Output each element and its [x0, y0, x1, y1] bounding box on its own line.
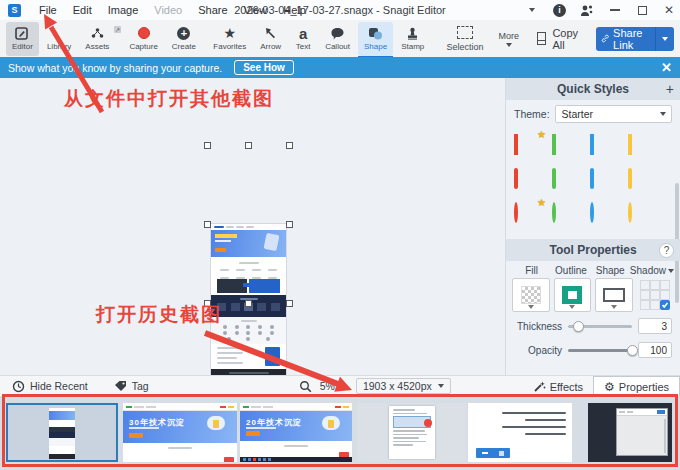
tool-selection[interactable]: Selection — [440, 22, 489, 56]
shadow-grid-icon — [640, 280, 670, 310]
properties-button[interactable]: ⚙ Properties — [593, 376, 680, 397]
account-icon[interactable] — [580, 3, 594, 17]
add-style-button[interactable]: + — [666, 81, 674, 97]
theme-value: Starter — [562, 108, 594, 120]
style-rect-green[interactable] — [552, 136, 579, 152]
canvas-size-select[interactable]: 1903 x 4520px — [356, 378, 451, 394]
style-rounded-yellow[interactable] — [628, 170, 655, 186]
menu-file[interactable]: File — [31, 0, 65, 20]
style-circle-red[interactable]: ★ — [514, 204, 541, 229]
style-rounded-blue[interactable] — [590, 170, 617, 186]
tool-properties-title: Tool Properties — [549, 243, 636, 257]
help-button[interactable]: ? — [659, 243, 674, 258]
close-button[interactable]: ✕ — [664, 4, 674, 16]
style-rounded-green[interactable] — [552, 170, 579, 186]
tab-library[interactable]: Library — [41, 22, 77, 56]
opacity-input[interactable] — [638, 342, 672, 358]
tag-label: Tag — [132, 380, 149, 392]
style-rect-red[interactable]: ★ — [514, 136, 541, 152]
minimize-button[interactable] — [608, 3, 622, 17]
style-rect-yellow[interactable] — [628, 136, 655, 152]
zoom-select[interactable]: 5% — [320, 380, 346, 392]
tag-icon — [114, 380, 127, 392]
menu-share[interactable]: Share — [190, 0, 235, 20]
tab-create[interactable]: + Create — [166, 22, 202, 56]
menu-video: Video — [146, 0, 190, 20]
thickness-label: Thickness — [514, 321, 562, 332]
share-link-button[interactable]: Share Link — [596, 27, 674, 51]
tool-callout[interactable]: Callout — [319, 22, 356, 56]
tool-stamp[interactable]: Stamp — [395, 22, 430, 56]
shape-tool-icon — [368, 26, 384, 40]
outline-swatch[interactable] — [554, 278, 592, 312]
tab-assets[interactable]: Assets ↗ — [79, 22, 121, 56]
tool-favorites[interactable]: ★ Favorites — [207, 22, 252, 56]
copy-all-button[interactable]: Copy All — [537, 27, 582, 51]
assets-icon — [89, 26, 105, 40]
selection-handle[interactable] — [245, 142, 252, 149]
style-circle-blue[interactable] — [590, 204, 617, 229]
selection-handle[interactable] — [286, 221, 293, 228]
editor-canvas[interactable] — [0, 78, 505, 375]
style-circle-green[interactable] — [552, 204, 579, 229]
tab-assets-label: Assets — [85, 42, 109, 51]
shadow-position-grid[interactable] — [637, 278, 675, 312]
info-icon[interactable]: i — [553, 4, 566, 17]
tab-capture-label: Capture — [129, 42, 157, 51]
selection-handle[interactable] — [245, 300, 252, 307]
shadow-checkbox[interactable] — [660, 300, 670, 310]
menu-image[interactable]: Image — [100, 0, 147, 20]
thickness-input[interactable] — [638, 318, 672, 334]
tab-capture[interactable]: Capture — [123, 22, 163, 56]
share-link-dropdown[interactable] — [656, 37, 674, 41]
recent-thumbnail[interactable] — [588, 403, 672, 462]
annotation-open-history: 打开历史截图 — [96, 302, 222, 328]
shadow-label[interactable]: Shadow — [630, 265, 674, 276]
theme-select[interactable]: Starter — [555, 105, 672, 123]
tool-favorites-label: Favorites — [213, 42, 246, 51]
tool-arrow[interactable]: Arrow — [254, 22, 287, 56]
tool-text[interactable]: a Text — [289, 22, 317, 56]
opacity-slider[interactable] — [568, 349, 632, 352]
hide-recent-button[interactable]: Hide Recent — [12, 380, 88, 393]
tool-shape[interactable]: Shape — [358, 22, 393, 56]
shape-label: Shape — [591, 265, 630, 276]
more-tools-button[interactable]: More — [498, 31, 519, 47]
theme-label: Theme: — [514, 108, 550, 120]
magnifier-icon — [299, 380, 312, 393]
tag-button[interactable]: Tag — [114, 380, 149, 392]
chevron-down-icon — [668, 269, 674, 273]
recent-thumbnail-selected[interactable] — [6, 403, 118, 462]
fill-swatch[interactable] — [512, 278, 550, 312]
outline-color-icon — [562, 286, 582, 304]
autosave-dropdown-icon[interactable] — [525, 3, 539, 17]
menu-help[interactable]: Help — [275, 0, 314, 20]
selection-handle[interactable] — [204, 142, 211, 149]
search-zoom[interactable] — [299, 380, 312, 393]
outline-label: Outline — [551, 265, 590, 276]
selection-handle[interactable] — [286, 142, 293, 149]
shape-swatch[interactable] — [595, 278, 633, 312]
menu-view[interactable]: View — [236, 0, 276, 20]
style-rounded-red[interactable] — [514, 170, 541, 186]
notification-close-icon[interactable]: ✕ — [661, 60, 672, 75]
selection-handle[interactable] — [286, 300, 293, 307]
snagit-logo-icon: S — [8, 4, 21, 17]
gear-icon: ⚙ — [604, 381, 615, 393]
recent-thumbnail[interactable] — [468, 403, 572, 462]
effects-button[interactable]: Effects — [523, 376, 593, 397]
recent-captures-tray: 30年技术沉淀 20年技术沉淀 — [0, 396, 680, 470]
snagit-editor-window: S File Edit Image Video Share View Help … — [0, 0, 680, 470]
menu-edit[interactable]: Edit — [65, 0, 100, 20]
style-rect-blue[interactable] — [590, 136, 617, 152]
right-panel: Quick Styles + Theme: Starter ★ — [505, 78, 680, 375]
see-how-button[interactable]: See How — [234, 60, 294, 75]
style-circle-yellow[interactable] — [628, 204, 655, 229]
maximize-button[interactable] — [636, 3, 650, 17]
thickness-slider[interactable] — [568, 325, 632, 328]
recent-thumbnail[interactable]: 30年技术沉淀 — [123, 403, 237, 462]
recent-thumbnail[interactable]: 20年技术沉淀 — [240, 403, 352, 462]
selection-handle[interactable] — [204, 221, 211, 228]
tab-editor[interactable]: Editor — [6, 22, 39, 56]
recent-thumbnail[interactable] — [357, 403, 466, 462]
